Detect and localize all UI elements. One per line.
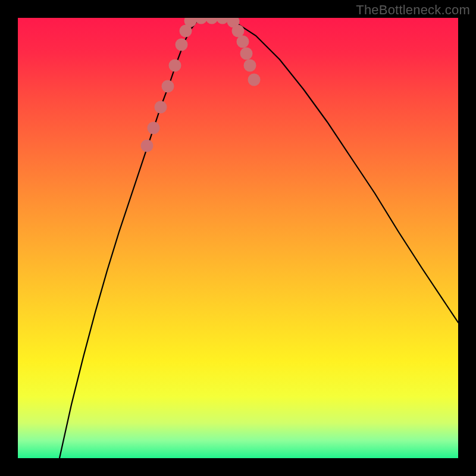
valley-marker — [169, 60, 181, 72]
valley-marker — [244, 60, 256, 72]
valley-marker — [176, 39, 188, 51]
bottleneck-curve — [60, 18, 458, 458]
chart-frame: TheBottleneck.com — [0, 0, 476, 476]
curve-layer — [18, 18, 458, 458]
valley-marker — [217, 18, 229, 24]
valley-marker — [155, 101, 167, 114]
valley-marker — [240, 48, 253, 60]
valley-marker — [195, 18, 208, 24]
plot-area — [18, 18, 458, 458]
valley-marker — [248, 74, 261, 86]
valley-marker — [237, 36, 249, 48]
valley-marker — [232, 25, 245, 37]
valley-marker — [141, 140, 154, 152]
valley-marker — [148, 122, 160, 134]
watermark-text: TheBottleneck.com — [356, 2, 470, 18]
valley-marker — [162, 80, 174, 93]
valley-marker-group — [141, 18, 261, 152]
valley-marker — [206, 18, 218, 24]
